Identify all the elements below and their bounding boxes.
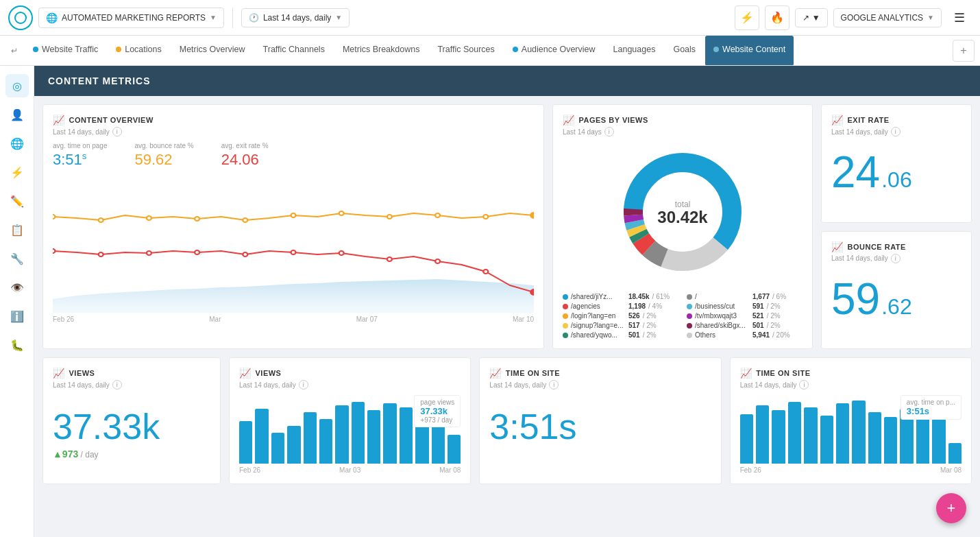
tab-label: Goals [673,45,696,54]
tab-languages[interactable]: Languages [605,36,664,66]
exit-rate-value: 24 .06 [831,150,961,194]
bar [239,421,252,464]
x-label-2: Mar 08 [940,466,961,474]
card-subtitle: Last 14 days, daily i [53,127,534,136]
card-subtitle: Last 14 days, daily i [239,380,461,390]
legend-item: /agencies 1,198 / 4% [563,302,678,310]
legend-label: / [695,293,750,300]
exit-rate-decimal: .06 [881,167,911,193]
subtitle-text: Last 14 days, daily [53,381,110,389]
bar [255,409,268,464]
legend-label: /business/cut [695,302,750,310]
subtitle-text: Last 14 days, daily [489,381,546,389]
x-label-4: Mar 10 [513,315,534,323]
legend-value: 517 [628,322,640,329]
legend-value: 1,198 [628,302,646,310]
title-text: TIME ON SITE [756,369,810,377]
sidebar-icon-settings[interactable]: 🔧 [5,247,29,270]
badge-label: page views [420,398,454,406]
svg-point-3 [147,216,151,220]
date-range-dropdown[interactable]: 🕐 Last 14 days, daily ▼ [241,8,350,27]
share-icon: ↗ [803,13,809,23]
x-label-1: Feb 26 [53,315,74,323]
svg-point-1 [53,215,56,219]
svg-point-19 [387,257,392,261]
content-title: CONTENT METRICS [48,75,151,86]
svg-point-4 [195,217,199,221]
sidebar-icon-eye[interactable]: 👁️ [5,276,29,299]
topbar: 🌐 AUTOMATED MARKETING REPORTS ▼ 🕐 Last 1… [0,0,980,36]
sidebar-icon-globe[interactable]: 🌐 [5,132,29,155]
sidebar-icon-info[interactable]: ℹ️ [5,305,29,328]
bar [352,402,365,464]
legend-item: /shared/yqwo... 501 / 2% [563,331,678,339]
trend-icon: 📈 [831,115,844,126]
nav-back-btn[interactable]: ↵ [5,46,23,56]
card-title: 📈 VIEWS [239,368,461,379]
tab-website-content[interactable]: Website Content [705,36,794,66]
tab-metrics-breakdowns[interactable]: Metrics Breakdowns [334,36,428,66]
sidebar-icon-clipboard[interactable]: 📋 [5,218,29,241]
tab-locations[interactable]: Locations [108,36,170,66]
legend-pct: / 2% [767,302,781,310]
legend-value: 5,941 [752,331,770,339]
bar [304,412,317,464]
analytics-dropdown[interactable]: GOOGLE ANALYTICS ▼ [833,8,942,27]
svg-text:30.42k: 30.42k [657,208,708,226]
info-icon: i [604,127,614,136]
bottom-row: 📈 VIEWS Last 14 days, daily i 37.33k ▲97… [42,357,972,484]
sidebar-icon-lightning[interactable]: ⚡ [5,160,29,184]
subtitle-text: Last 14 days [563,128,602,136]
caret-icon: ▼ [210,14,217,21]
logo[interactable] [8,5,33,30]
badge-value: 3:51s [907,406,955,416]
legend-value: 591 [752,302,764,310]
views-delta: ▲973 / day [53,449,210,460]
views-delta-label: / day [81,450,99,460]
lightning-btn[interactable]: ⚡ [735,5,759,30]
hamburger-btn[interactable]: ☰ [947,5,972,30]
metric-value: 3:51s [53,151,108,169]
tab-goals[interactable]: Goals [665,36,704,66]
share-btn[interactable]: ↗ ▼ [795,8,828,27]
legend-item: /signup?lang=e... 517 / 2% [563,322,678,329]
bar [448,435,461,464]
tab-metrics-overview[interactable]: Metrics Overview [171,36,254,66]
svg-point-14 [147,251,151,255]
tab-traffic-sources[interactable]: Traffic Sources [429,36,502,66]
tab-traffic-channels[interactable]: Traffic Channels [255,36,333,66]
page-views-badge: page views 37.33k +973 / day [414,395,461,427]
svg-point-8 [387,215,392,219]
legend-value: 501 [628,331,640,339]
tab-label: Website Content [722,45,785,54]
fab-button[interactable]: + [936,493,966,523]
bar [932,419,945,464]
report-name: AUTOMATED MARKETING REPORTS [62,13,206,23]
info-icon: i [891,254,901,263]
sidebar-icon-edit[interactable]: ✏️ [5,189,29,213]
legend-dot [563,294,568,300]
views-bar-wrapper: page views 37.33k +973 / day [239,395,461,464]
tab-audience-overview[interactable]: Audience Overview [504,36,604,66]
add-tab-btn[interactable]: + [953,40,975,62]
info-icon: i [112,380,122,390]
sidebar: ◎ 👤 🌐 ⚡ ✏️ 📋 🔧 👁️ ℹ️ 🐛 [0,66,34,537]
time-main-value: 3:51s [489,409,711,444]
card-title: 📈 TIME ON SITE [740,368,961,379]
fire-btn[interactable]: 🔥 [765,5,789,30]
chart-labels: Feb 26 Mar 08 [740,466,961,474]
legend-pct: / 6% [772,293,786,300]
card-subtitle: Last 14 days, daily i [831,127,961,136]
legend-label: /shared/yqwo... [571,331,626,339]
info-icon: i [112,127,122,136]
metric-exit-rate: avg. exit rate % 24.06 [221,142,269,169]
bar [884,417,897,464]
sidebar-icon-bug[interactable]: 🐛 [5,333,29,357]
sidebar-icon-users[interactable]: 👤 [5,103,29,126]
report-dropdown[interactable]: 🌐 AUTOMATED MARKETING REPORTS ▼ [38,8,224,28]
metric-label: avg. exit rate % [221,142,269,150]
tab-website-traffic[interactable]: Website Traffic [25,36,106,66]
legend-pct: / 2% [767,322,781,329]
legend-label: /login?lang=en [571,312,626,320]
sidebar-icon-dashboard[interactable]: ◎ [5,74,29,97]
